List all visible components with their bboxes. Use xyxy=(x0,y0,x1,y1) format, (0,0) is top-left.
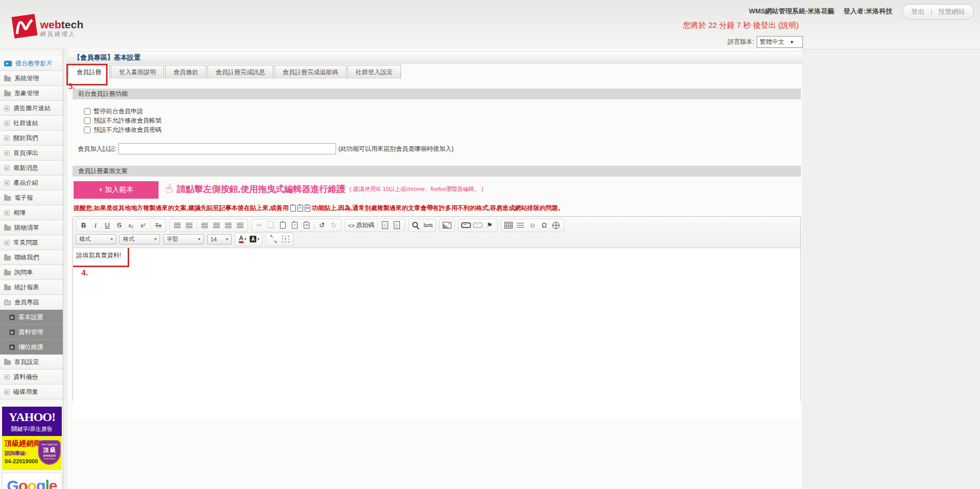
arrow-icon xyxy=(9,329,15,335)
member-note-input[interactable] xyxy=(118,143,336,154)
redo-button[interactable]: ↻ xyxy=(328,220,339,231)
yahoo-ad-top: YAHOO! 關鍵字/原生廣告 xyxy=(2,407,62,436)
replace-button[interactable]: b⇄a xyxy=(423,220,433,231)
sidebar-item-news[interactable]: 最新消息 xyxy=(0,161,63,176)
paste-icon xyxy=(290,205,296,212)
maximize-button[interactable] xyxy=(268,234,279,244)
strikethrough-button[interactable]: S xyxy=(114,220,125,231)
insert-image-button[interactable] xyxy=(442,220,452,231)
yahoo-ad-banner[interactable]: YAHOO! 關鍵字/原生廣告 頂級經銷商 諮詢專線: 04-22019000 … xyxy=(2,407,62,470)
format-dropdown[interactable]: 格式 ▾ xyxy=(119,234,160,244)
google-logo: Google xyxy=(7,477,57,489)
superscript-button[interactable]: x² xyxy=(137,220,148,231)
iframe-button[interactable] xyxy=(551,220,562,231)
sidebar-item-social-links[interactable]: 社群連結 xyxy=(0,116,63,131)
italic-button[interactable]: I xyxy=(90,220,101,231)
sidebar-item-disk-usage[interactable]: 磁碟用量 xyxy=(0,385,63,399)
sidebar-item-system-mgmt[interactable]: 系統管理 xyxy=(0,71,63,86)
google-ad-banner[interactable]: Google xyxy=(2,473,62,489)
align-justify-button[interactable] xyxy=(235,220,246,231)
align-left-button[interactable] xyxy=(199,220,210,231)
sidebar-item-album[interactable]: 相簿 xyxy=(0,205,63,220)
checkbox-row-no-edit-account[interactable]: 預設不允許修改會員帳號 xyxy=(84,116,162,125)
sidebar-item-ad-links[interactable]: 廣告圖片連結 xyxy=(0,101,63,116)
tab-member-terms[interactable]: 會員條款 xyxy=(165,65,206,79)
special-char-button[interactable]: Ω xyxy=(539,220,550,231)
anchor-button[interactable]: ⚑ xyxy=(484,220,495,231)
no-edit-account-checkbox[interactable] xyxy=(84,117,91,124)
sidebar-item-about-us[interactable]: 關於我們 xyxy=(0,131,63,146)
sidebar-item-home-popup[interactable]: 首頁彈出 xyxy=(0,146,63,161)
horizontal-rule-button[interactable] xyxy=(515,220,526,231)
bg-color-button[interactable]: A▾ xyxy=(249,234,260,244)
editor-content[interactable]: 請填寫真實資料! 4. xyxy=(73,248,800,419)
add-template-button[interactable]: + 加入範本 xyxy=(74,181,159,199)
undo-button[interactable]: ↺ xyxy=(317,220,327,231)
font-size-dropdown[interactable]: 14 ▾ xyxy=(207,234,232,244)
templates-button[interactable] xyxy=(392,220,402,231)
paste-button[interactable] xyxy=(277,220,288,231)
no-edit-password-checkbox[interactable] xyxy=(84,127,91,133)
text-color-button[interactable]: A▾ xyxy=(237,234,248,244)
image-icon xyxy=(443,222,451,229)
font-dropdown[interactable]: 字型 ▾ xyxy=(163,234,204,244)
align-right-button[interactable] xyxy=(223,220,234,231)
preview-site-button[interactable]: 預覽網站 xyxy=(938,8,965,15)
sidebar-item-contact-us[interactable]: 聯絡我們 xyxy=(0,250,63,265)
sidebar-item-member-area[interactable]: 會員專區 xyxy=(0,295,63,310)
logout-button[interactable]: 登出 xyxy=(911,8,924,15)
remove-format-button[interactable]: Tx xyxy=(153,220,164,231)
checkbox-row-no-edit-password[interactable]: 預設不允許修改會員密碼 xyxy=(84,125,162,134)
sidebar-item-newsletter[interactable]: 電子報 xyxy=(0,190,63,205)
bold-button[interactable]: B xyxy=(78,220,89,231)
tab-social-login[interactable]: 社群登入設定 xyxy=(347,65,401,79)
sidebar-item-label: 產品介紹 xyxy=(13,179,38,187)
tab-register-complete-message[interactable]: 會員註冊完成訊息 xyxy=(207,65,273,79)
language-select[interactable]: 繁體中文 ▼ xyxy=(757,36,803,48)
sidebar-item-label: 形象管理 xyxy=(14,89,39,98)
sidebar-item-inquiry-cart[interactable]: 詢問車 xyxy=(0,265,63,280)
toolbar-group-tools xyxy=(266,233,293,246)
tab-member-register[interactable]: 會員註冊 xyxy=(68,65,110,79)
google-letter: o xyxy=(19,477,27,489)
sidebar-item-shopping-list[interactable]: 購物清單 xyxy=(0,220,63,235)
subscript-button[interactable]: x₂ xyxy=(126,220,136,231)
align-center-button[interactable] xyxy=(211,220,222,231)
paste-as-text-button[interactable]: T xyxy=(289,220,300,231)
checkbox-row-pause-register[interactable]: 暫停前台會員申請 xyxy=(84,107,162,116)
smiley-button[interactable]: ☺ xyxy=(527,220,538,231)
sidebar-item-label: 系統管理 xyxy=(14,74,39,83)
sidebar-item-tutorial-video[interactable]: 後台教學影片 xyxy=(0,56,63,71)
tab-register-tracking-code[interactable]: 會員註冊完成追蹤碼 xyxy=(274,65,346,79)
toolbar-group-find: b⇄a xyxy=(408,219,436,232)
copy-button[interactable] xyxy=(266,220,276,231)
paste-from-word-button[interactable]: W xyxy=(301,220,312,231)
tab-login-screen[interactable]: 登入畫面說明 xyxy=(111,65,164,79)
find-button[interactable] xyxy=(411,220,422,231)
sidebar-item-faq[interactable]: 常見問題 xyxy=(0,235,63,250)
sidebar-item-home-settings[interactable]: 首頁設定 xyxy=(0,355,63,370)
bullet-list-button[interactable] xyxy=(184,220,195,231)
show-blocks-button[interactable] xyxy=(280,234,291,244)
preview-button[interactable] xyxy=(380,220,391,231)
sidebar-item-data-backup[interactable]: 資料備份 xyxy=(0,370,63,385)
sidebar-item-products[interactable]: 產品介紹 xyxy=(0,176,63,190)
sidebar-item-image-mgmt[interactable]: 形象管理 xyxy=(0,86,63,101)
pause-register-checkbox[interactable] xyxy=(84,108,91,115)
link-button[interactable] xyxy=(461,220,471,231)
underline-button[interactable]: U xyxy=(102,220,113,231)
sidebar-item-basic-settings[interactable]: 基本設置 xyxy=(0,310,63,325)
source-code-button[interactable]: <>原始碼 xyxy=(347,220,375,231)
sidebar-item-stats-report[interactable]: 統計報表 xyxy=(0,280,63,295)
sidebar-item-data-mgmt[interactable]: 資料管理 xyxy=(0,325,63,340)
pointing-hand-icon: ☝ xyxy=(164,181,174,197)
numbered-list-button[interactable] xyxy=(172,220,183,231)
styles-dropdown[interactable]: 樣式 ▾ xyxy=(76,234,116,244)
cut-button[interactable]: ✂ xyxy=(254,220,265,231)
webtech-logo: webtech 網頁經理人 xyxy=(9,11,83,40)
table-button[interactable] xyxy=(503,220,514,231)
arrow-icon xyxy=(4,180,10,186)
sidebar-item-field-maintenance[interactable]: 欄位維護 xyxy=(0,340,63,355)
editor-toolbar: B I U S x₂ x² Tx xyxy=(73,217,800,248)
unlink-button[interactable] xyxy=(472,220,483,231)
